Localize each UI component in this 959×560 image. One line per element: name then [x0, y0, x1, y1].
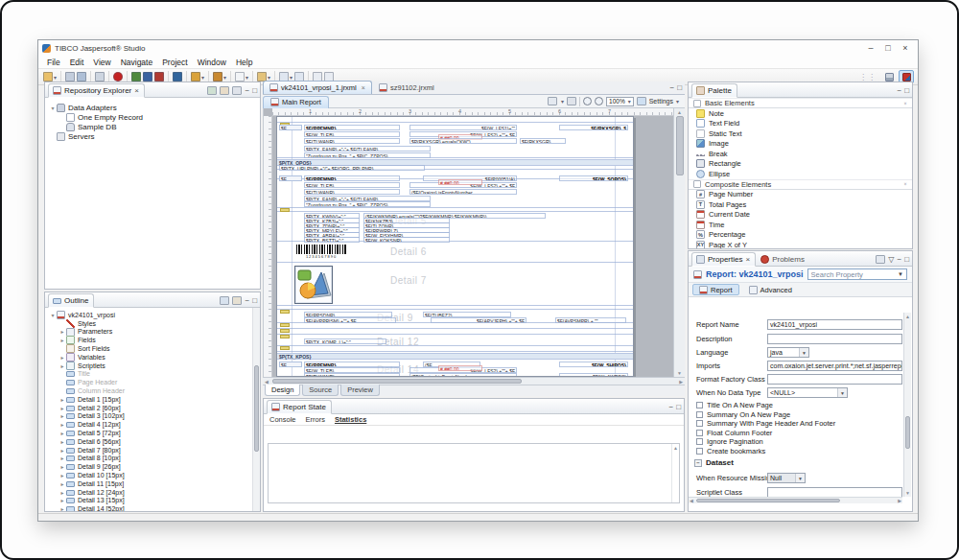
tree-item[interactable]: ▸Detail 8 [10px]	[45, 455, 252, 463]
checkbox-ignore-pagination[interactable]: Ignore Pagination	[696, 437, 763, 446]
expander-icon[interactable]: ▸	[58, 438, 66, 445]
canvas-vertical-scrollbar[interactable]: ▲ ▼	[673, 108, 685, 377]
minimize-view-icon[interactable]: −	[669, 84, 674, 92]
database-button[interactable]	[95, 72, 105, 82]
report-element[interactable]: "Zuordnung zu Pos. " + $P{C_ZZPOS}	[304, 152, 431, 158]
expander-icon[interactable]: ▸	[58, 472, 66, 478]
save-button[interactable]	[65, 72, 75, 82]
report-element[interactable]: #,##0.00	[438, 365, 482, 371]
tree-item[interactable]: ▸Detail 14 [52px]	[45, 504, 252, 511]
report-element[interactable]: $F{AVPSMPR} + ""	[555, 317, 626, 323]
tree-item[interactable]: ▸Fields	[45, 336, 252, 344]
menu-project[interactable]: Project	[157, 58, 192, 67]
tree-item[interactable]: ▸Detail 2 [60px]	[45, 404, 252, 412]
checkbox-icon[interactable]	[696, 420, 703, 427]
import-adapter-icon[interactable]	[220, 86, 229, 95]
tree-item[interactable]: ▸Detail 5 [72px]	[45, 429, 252, 437]
properties-horizontal-scrollbar[interactable]: ◀ ▶	[689, 497, 902, 503]
expander-icon[interactable]: ▸	[58, 489, 66, 496]
palette-item-time[interactable]: Time	[689, 220, 912, 230]
collapse-section-icon[interactable]: »	[902, 182, 908, 185]
palette-item-percentage[interactable]: %Percentage	[689, 230, 912, 241]
key-button[interactable]: ▾	[191, 72, 204, 82]
report-element[interactable]: $F{AVPPRISM} +""+ $F	[304, 317, 396, 323]
minimize-button[interactable]: –	[862, 42, 879, 54]
properties-subtab-advanced[interactable]: Advanced	[743, 284, 798, 295]
preview-report-button[interactable]	[154, 72, 164, 82]
report-settings-icon[interactable]	[637, 97, 646, 105]
editor-tab[interactable]: vk24101_vrposi_1.jrxml×	[263, 81, 372, 94]
tab-main-report[interactable]: Main Report	[263, 96, 329, 108]
tab-palette[interactable]: Palette	[691, 83, 737, 98]
tree-item[interactable]: Sample DB	[45, 122, 260, 131]
report-element[interactable]: $F{TLWANR}	[304, 138, 400, 144]
report-element[interactable]: ($F{Oxaion}.isEmptyNumber	[409, 189, 517, 195]
console-scrollbar[interactable]: ▲	[671, 444, 679, 502]
tree-item[interactable]: ▸Detail 11 [15px]	[45, 479, 252, 488]
expander-icon[interactable]: ▾	[49, 105, 57, 111]
checkbox-icon[interactable]	[696, 438, 703, 445]
report-element[interactable]: $F{RPEMNR}	[304, 175, 400, 181]
checkbox-float-column-footer[interactable]: Float Column Footer	[696, 429, 772, 437]
maximize-view-icon[interactable]: □	[677, 84, 682, 92]
properties-subtab-report[interactable]: Report	[692, 284, 739, 295]
menu-edit[interactable]: Edit	[65, 58, 89, 67]
report-element[interactable]: "Zuordnung zu Pos. " + $P{C_ZZPOS}	[304, 201, 431, 207]
tree-item[interactable]: Column Header	[45, 386, 252, 395]
report-element[interactable]: $F{RKXSGR}.	[520, 138, 566, 144]
refresh-icon[interactable]	[232, 86, 242, 95]
dataset-button[interactable]	[143, 72, 152, 82]
create-data-adapter-icon[interactable]	[207, 86, 217, 95]
outline-scrollbar[interactable]	[252, 308, 260, 511]
console-tab-errors[interactable]: Errors	[306, 415, 325, 424]
report-element[interactable]: $P{TX_URLPNR} +"/"+ $F{ORG_RPLPNR}	[279, 165, 425, 171]
expander-icon[interactable]: ▸	[58, 463, 66, 470]
link-with-editor-icon[interactable]	[220, 296, 229, 305]
image-placeholder-element[interactable]	[294, 266, 333, 304]
report-page[interactable]: $P{TX_OPOS}$P{TX_KPOS}Detail 5Detail 6De…	[276, 116, 634, 377]
tree-item[interactable]: ▸Detail 7 [80px]	[45, 446, 252, 455]
palette-item-static-text[interactable]: Static Text	[689, 128, 912, 139]
report-element[interactable]: $F{W_SOPOS}	[559, 175, 628, 181]
view-menu-icon[interactable]: ▽	[888, 256, 894, 264]
maximize-view-icon[interactable]: □	[904, 87, 909, 95]
report-element[interactable]: $F{W_TLEB}	[304, 131, 400, 137]
zoom-out-icon[interactable]	[583, 97, 592, 105]
report-element[interactable]: $P{TX_EANR} +"-"+ $F{TLEANR}	[304, 146, 431, 152]
maximize-view-icon[interactable]: □	[904, 256, 909, 264]
expander-icon[interactable]: ▸	[58, 497, 66, 503]
palette-item-image[interactable]: Image	[689, 139, 912, 150]
expander-icon[interactable]: ▸	[58, 455, 66, 461]
palette-item-rectangle[interactable]: Rectangle	[689, 159, 912, 170]
tree-item[interactable]: ▸Detail 9 [26px]	[45, 462, 252, 471]
expander-icon[interactable]: ▸	[58, 430, 66, 436]
tree-item[interactable]: ▸Variables	[45, 353, 252, 362]
virtualizer-icon[interactable]	[567, 97, 576, 105]
expander-icon[interactable]: ▸	[58, 337, 66, 343]
when-no-data-type-select[interactable]: <NULL>▼	[767, 387, 848, 398]
collapse-icon[interactable]: −	[694, 459, 702, 467]
expander-icon[interactable]: ▸	[58, 328, 66, 335]
checkbox-summary-with-page-header-and-footer[interactable]: Summary With Page Header And Footer	[696, 419, 835, 428]
checkbox-icon[interactable]	[696, 448, 703, 455]
maximize-view-icon[interactable]: □	[676, 404, 681, 411]
expander-icon[interactable]: ▸	[58, 362, 66, 369]
scriptlet-class-input[interactable]	[767, 487, 902, 497]
palette-item-note[interactable]: Note	[689, 108, 912, 119]
checkbox-summary-on-a-new-page[interactable]: Summary On A New Page	[696, 410, 790, 419]
report-element[interactable]: $F	[279, 125, 302, 130]
tab-preview[interactable]: Preview	[340, 385, 380, 396]
tree-item[interactable]: ▸Detail 10 [15px]	[45, 471, 252, 479]
checkbox-title-on-a-new-page[interactable]: Title On A New Page	[696, 401, 773, 409]
console-tab-statistics[interactable]: Statistics	[335, 415, 366, 424]
maximize-view-icon[interactable]: □	[252, 87, 257, 95]
console-tab-console[interactable]: Console	[269, 415, 296, 424]
checkbox-create-bookmarks[interactable]: Create bookmarks	[696, 447, 765, 455]
report-element[interactable]: $F{W_TLEB}	[304, 182, 400, 188]
tree-item[interactable]: ▸Scriptlets	[45, 362, 252, 370]
report-element[interactable]: $F{TLWANR}	[304, 189, 400, 195]
properties-vertical-scrollbar[interactable]: ▲ ▼	[903, 313, 911, 497]
minimize-view-icon[interactable]: −	[245, 297, 249, 305]
report-element[interactable]: $P{TX_BSTT}+":"	[304, 237, 360, 243]
tree-item[interactable]: ▸Detail 13 [15px]	[45, 497, 252, 505]
